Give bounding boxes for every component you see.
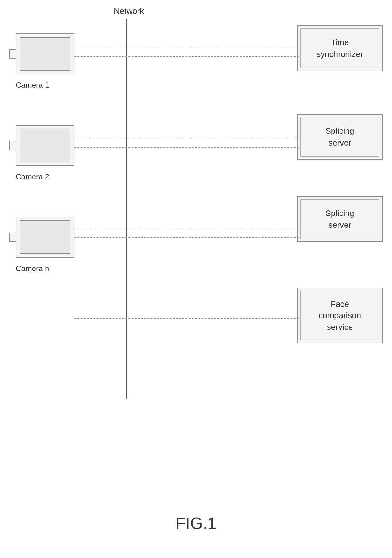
time-synchronizer-inner: Timesynchronizer xyxy=(300,28,379,68)
time-synchronizer-label: Timesynchronizer xyxy=(316,37,363,60)
camera-n-label: Camera n xyxy=(16,264,49,273)
camera-1-lens xyxy=(9,49,16,59)
diagram: Network Camera 1 Camera 2 Camera n Times… xyxy=(0,0,392,558)
h-line-4a xyxy=(74,318,299,319)
network-label: Network xyxy=(114,6,144,16)
time-synchronizer-box: Timesynchronizer xyxy=(297,25,383,71)
h-line-1a xyxy=(74,47,299,47)
camera-2-label: Camera 2 xyxy=(16,172,49,181)
camera-1-box xyxy=(16,33,74,74)
face-comparison-inner: Facecomparisonservice xyxy=(300,291,379,340)
h-line-2a xyxy=(74,138,299,138)
camera-n-inner xyxy=(20,220,70,254)
camera-2-box xyxy=(16,125,74,166)
splicing-server-2-inner: Splicingserver xyxy=(300,199,379,239)
camera-1-inner xyxy=(20,37,70,71)
h-line-3a xyxy=(74,228,299,228)
face-comparison-label: Facecomparisonservice xyxy=(319,298,361,333)
splicing-server-1-label: Splicingserver xyxy=(325,125,354,148)
camera-n-box xyxy=(16,217,74,258)
fig-label: FIG.1 xyxy=(175,514,217,533)
h-line-3b xyxy=(74,237,299,238)
splicing-server-2-box: Splicingserver xyxy=(297,196,383,242)
h-line-2b xyxy=(74,147,299,148)
face-comparison-box: Facecomparisonservice xyxy=(297,288,383,343)
splicing-server-1-box: Splicingserver xyxy=(297,114,383,160)
camera-2-inner xyxy=(20,129,70,162)
camera-2-lens xyxy=(9,141,16,150)
splicing-server-2-label: Splicingserver xyxy=(325,208,354,231)
network-line xyxy=(126,19,127,399)
h-line-1b xyxy=(74,56,299,57)
camera-1-label: Camera 1 xyxy=(16,81,49,90)
splicing-server-1-inner: Splicingserver xyxy=(300,117,379,157)
camera-n-lens xyxy=(9,232,16,242)
